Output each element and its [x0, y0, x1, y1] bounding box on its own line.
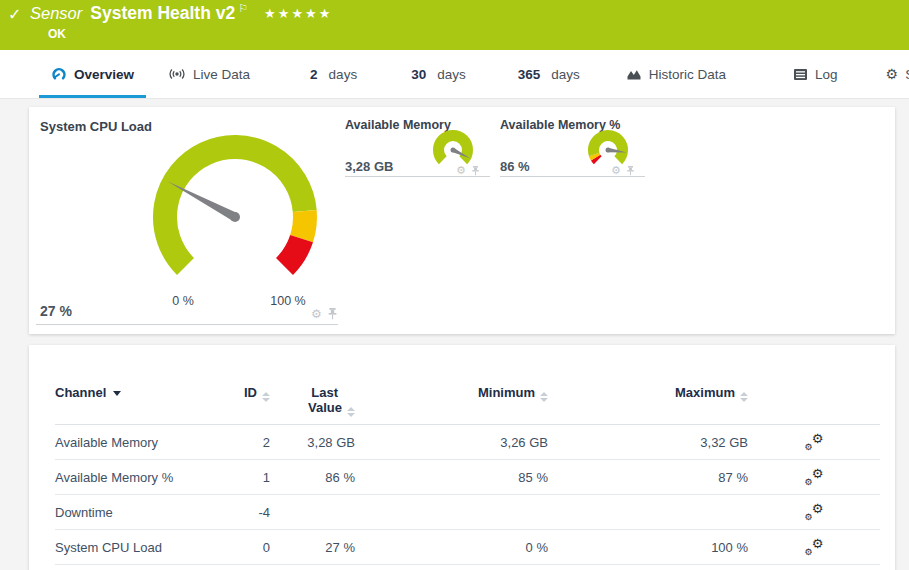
channel-id: -4 — [235, 505, 270, 520]
memory-pct-gauge-value: 86 % — [500, 159, 530, 174]
table-row: Downtime -4 ⚙⚙ — [55, 495, 880, 530]
live-data-icon — [168, 67, 186, 81]
channel-settings-icon[interactable]: ⚙⚙ — [805, 434, 824, 451]
tab-historic-data[interactable]: Historic Data — [620, 50, 732, 98]
column-header-last-value[interactable]: Last Value — [270, 385, 355, 417]
gear-icon[interactable]: ⚙ — [611, 165, 621, 176]
log-icon — [793, 68, 808, 81]
channels-table: Channel ID Last Value Minimum Maximum — [55, 385, 880, 565]
column-label: Value — [308, 400, 342, 415]
channel-maximum: 3,32 GB — [548, 435, 748, 450]
table-header-row: Channel ID Last Value Minimum Maximum — [55, 385, 880, 425]
sort-caret-icon — [113, 391, 121, 396]
status-check-icon: ✓ — [8, 5, 21, 24]
gear-icon[interactable]: ⚙ — [456, 165, 466, 176]
sensor-title: System Health v2 — [90, 3, 235, 24]
divider — [500, 176, 645, 177]
tab-settings[interactable]: ⚙ Settings — [880, 50, 909, 98]
column-label: Last — [311, 385, 355, 400]
channel-settings-icon[interactable]: ⚙⚙ — [805, 504, 824, 521]
cpu-gauge-min-label: 0 % — [161, 294, 205, 308]
tab-label: Log — [815, 67, 838, 82]
channel-last-value: 27 % — [270, 540, 355, 555]
divider — [36, 324, 338, 325]
channel-minimum: 3,26 GB — [355, 435, 548, 450]
pin-icon[interactable] — [626, 166, 635, 176]
tab-overview[interactable]: Overview — [45, 50, 140, 98]
channel-minimum: 85 % — [355, 470, 548, 485]
tab-number: 2 — [310, 67, 318, 82]
gauges-panel: System CPU Load 0 % 100 % 27 % ⚙ Availab… — [29, 107, 895, 334]
cpu-gauge — [135, 117, 335, 317]
channel-last-value: 3,28 GB — [270, 435, 355, 450]
prtg-sensor-page: ✓ Sensor System Health v2 ⚐ ★★★★★ OK Ove… — [0, 0, 909, 570]
sensor-kind-label: Sensor — [30, 4, 82, 23]
channels-panel: Channel ID Last Value Minimum Maximum — [29, 345, 895, 570]
channel-settings-icon[interactable]: ⚙⚙ — [805, 539, 824, 556]
tab-number: 365 — [518, 67, 541, 82]
cpu-gauge-value: 27 % — [40, 303, 72, 319]
tab-label: days — [329, 67, 358, 82]
tab-2-days[interactable]: 2 days — [304, 50, 363, 98]
channel-settings-icon[interactable]: ⚙⚙ — [805, 469, 824, 486]
sort-arrows-icon — [540, 392, 548, 402]
sort-arrows-icon — [740, 392, 748, 402]
channel-id: 2 — [235, 435, 270, 450]
tab-log[interactable]: Log — [787, 50, 844, 98]
tab-bar: Overview Live Data 2 days 30 days 365 da… — [0, 50, 909, 99]
channel-name: System CPU Load — [55, 540, 235, 555]
tab-label: Overview — [74, 67, 134, 82]
settings-gear-icon: ⚙ — [886, 66, 899, 82]
channel-maximum: 100 % — [548, 540, 748, 555]
pin-icon[interactable] — [471, 166, 480, 176]
channel-minimum: 0 % — [355, 540, 548, 555]
tab-number: 30 — [411, 67, 426, 82]
channel-last-value: 86 % — [270, 470, 355, 485]
tab-label: Live Data — [193, 67, 250, 82]
sort-arrows-icon — [262, 392, 270, 402]
flag-icon: ⚐ — [238, 2, 248, 15]
status-badge: OK — [48, 27, 66, 41]
sensor-header: ✓ Sensor System Health v2 ⚐ ★★★★★ OK — [0, 0, 909, 50]
cpu-gauge-max-label: 100 % — [266, 294, 310, 308]
table-row: System CPU Load 0 27 % 0 % 100 % ⚙⚙ — [55, 530, 880, 565]
column-header-id[interactable]: ID — [235, 385, 270, 402]
divider — [345, 176, 490, 177]
channel-maximum: 87 % — [548, 470, 748, 485]
historic-chart-icon — [626, 67, 642, 81]
gauge-icon — [51, 66, 67, 82]
column-label: Minimum — [478, 385, 535, 400]
column-header-channel[interactable]: Channel — [55, 385, 235, 400]
channel-id: 0 — [235, 540, 270, 555]
tab-label: Settings — [905, 67, 909, 82]
column-label: Channel — [55, 385, 106, 400]
channel-id: 1 — [235, 470, 270, 485]
priority-stars[interactable]: ★★★★★ — [264, 6, 332, 21]
column-label: Maximum — [675, 385, 735, 400]
tab-label: days — [437, 67, 466, 82]
tab-365-days[interactable]: 365 days — [512, 50, 586, 98]
channel-name: Available Memory % — [55, 470, 235, 485]
table-row: Available Memory 2 3,28 GB 3,26 GB 3,32 … — [55, 425, 880, 460]
tab-label: days — [551, 67, 580, 82]
gear-icon[interactable]: ⚙ — [311, 308, 322, 320]
table-row: Available Memory % 1 86 % 85 % 87 % ⚙⚙ — [55, 460, 880, 495]
pin-icon[interactable] — [327, 308, 338, 320]
sort-arrows-icon — [347, 407, 355, 417]
column-label: ID — [244, 385, 257, 400]
channel-name: Downtime — [55, 505, 235, 520]
tab-30-days[interactable]: 30 days — [405, 50, 472, 98]
column-header-maximum[interactable]: Maximum — [548, 385, 748, 402]
tab-label: Historic Data — [649, 67, 726, 82]
channel-name: Available Memory — [55, 435, 235, 450]
memory-gauge-value: 3,28 GB — [345, 159, 393, 174]
column-header-minimum[interactable]: Minimum — [355, 385, 548, 402]
tab-live-data[interactable]: Live Data — [162, 50, 256, 98]
